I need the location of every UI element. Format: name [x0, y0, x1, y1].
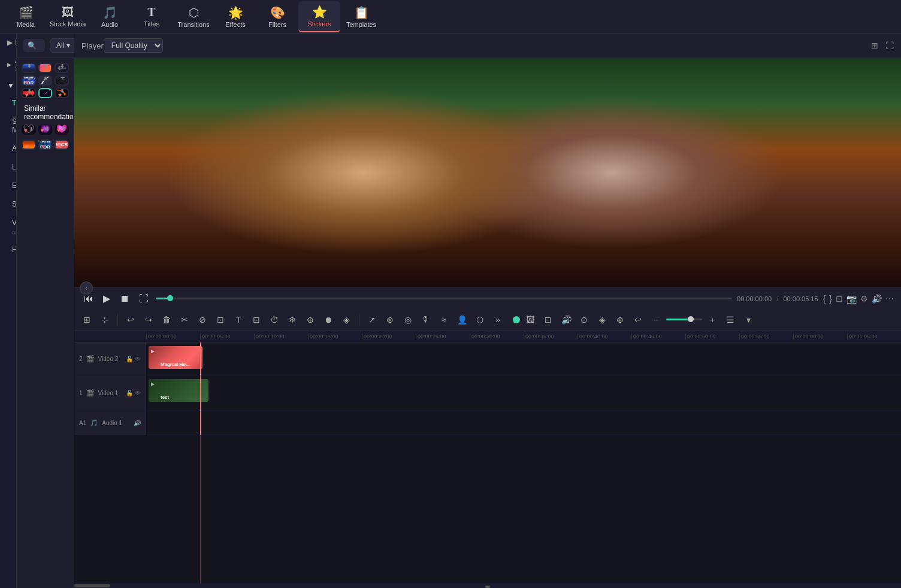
sticker-cell-empty[interactable]: ↖ ⬇ — [55, 63, 69, 73]
sidebar-item-trending[interactable]: Trending — [2, 94, 16, 112]
toolbar-audio[interactable]: 🎵 Audio — [89, 1, 131, 32]
clip-video1[interactable]: ▶ test — [149, 379, 208, 402]
tool-split[interactable]: ✂ — [177, 312, 192, 328]
track-lock-icon[interactable]: 🔓 — [126, 356, 133, 362]
sidebar-stickers-section[interactable]: ▼ Stickers — [0, 78, 16, 93]
tool-pip[interactable]: ⊡ — [540, 312, 556, 328]
sticker-cell-thanks[interactable]: ▶ THANKSFOR WATCHING ♥ ⬇ — [22, 75, 36, 86]
tool-list-view[interactable]: ☰ — [722, 312, 738, 328]
tool-speed2[interactable]: ⊙ — [576, 312, 592, 328]
rec-cell-heart1[interactable]: ♥ ⬇ — [22, 125, 36, 135]
grid-icon[interactable]: ⊞ — [871, 41, 878, 50]
sidebar-item-ai-sticker[interactable]: ▶ AI Sticker AI ⚙ — [0, 51, 16, 78]
tool-stabilize[interactable]: ◎ — [400, 312, 416, 328]
sidebar-item-like[interactable]: Like — [2, 158, 16, 176]
screenshot-icon[interactable]: 📷 — [846, 294, 857, 304]
download-icon[interactable]: ⬇ — [26, 63, 32, 69]
progress-bar[interactable] — [156, 298, 732, 299]
sidebar-item-mine[interactable]: ▶ Mine — [0, 34, 16, 51]
toolbar-templates[interactable]: 📋 Templates — [340, 1, 382, 32]
quality-select[interactable]: Full Quality 1/2 Quality 1/4 Quality — [104, 38, 163, 53]
sticker-cell-fire[interactable]: ♥ — [22, 140, 36, 150]
tool-split2[interactable]: ⊕ — [612, 312, 628, 328]
sticker-cell-arrow-white[interactable]: ⬇ — [38, 75, 53, 86]
plus-icon-lines[interactable]: + — [61, 75, 65, 82]
toolbar-stickers[interactable]: ⭐ Stickers — [298, 1, 340, 32]
tool-text[interactable]: T — [231, 312, 246, 328]
download-icon-arrow[interactable]: ⬇ — [43, 75, 49, 82]
toolbar-effects[interactable]: 🌟 Effects — [214, 1, 256, 32]
sticker-cell-red-arrow[interactable]: ♥ ⬇ — [22, 88, 36, 98]
sidebar-item-social-media[interactable]: Social Media — [2, 113, 16, 139]
tool-rewind[interactable]: ↩ — [630, 312, 646, 328]
tool-export[interactable]: ⬡ — [472, 312, 488, 328]
in-point-icon[interactable]: { — [823, 294, 826, 304]
sidebar-item-valentines[interactable]: Valentine's ... 💗 — [2, 214, 16, 240]
download-icon-3[interactable]: ⬇ — [59, 63, 65, 69]
timeline-scrollbar[interactable] — [74, 583, 901, 588]
tool-motion[interactable]: ↗ — [364, 312, 380, 328]
toolbar-filters[interactable]: 🎨 Filters — [256, 1, 298, 32]
toolbar-transitions[interactable]: ⬡ Transitions — [173, 1, 214, 32]
zoom-out-button[interactable]: − — [648, 312, 664, 328]
tool-scene[interactable]: ◈ — [594, 312, 610, 328]
settings-icon[interactable]: ⚙ — [860, 294, 868, 304]
track-eye-icon-1[interactable]: 👁 — [135, 390, 141, 396]
clip-video2[interactable]: ▶ Magical He... — [149, 346, 202, 369]
rec-cell-heart3[interactable]: ♥ ⬇ — [55, 125, 69, 135]
tool-grid-view[interactable]: ⊞ — [79, 312, 95, 328]
download-icon-thanks[interactable]: ⬇ — [26, 75, 32, 82]
sidebar-item-firework[interactable]: Firework — [2, 241, 16, 259]
download-rec-2[interactable]: ⬇ — [45, 126, 50, 132]
rec-cell-heart2[interactable]: ♥ ⬇ — [38, 125, 53, 135]
stop-button[interactable]: ⏹ — [117, 292, 132, 305]
sticker-cell-thanks2[interactable]: THANKSFOR ♥ — [38, 140, 53, 150]
tool-speed[interactable]: ⊛ — [382, 312, 398, 328]
sticker-cell-orange-arrow[interactable]: ♥ ⬇ — [55, 88, 69, 98]
expand-icon[interactable]: ⛶ — [885, 41, 894, 50]
tool-cut[interactable]: ⊘ — [195, 312, 210, 328]
tool-redo[interactable]: ↪ — [141, 312, 156, 328]
tool-undo[interactable]: ↩ — [123, 312, 138, 328]
tool-eq[interactable]: ≈ — [436, 312, 452, 328]
download-rec-3[interactable]: ⬇ — [62, 126, 66, 132]
fullscreen-button[interactable]: ⛶ — [137, 292, 151, 305]
sticker-cell-selected[interactable] — [38, 88, 53, 98]
sidebar-item-subscribe[interactable]: Subscribe — [2, 195, 16, 213]
play-button[interactable]: ▶ — [101, 292, 113, 305]
tool-video-overlay[interactable]: 🖼 — [522, 312, 538, 328]
toolbar-stock-media[interactable]: 🖼 Stock Media — [47, 1, 89, 32]
sticker-cell-dark-lines[interactable]: + — [55, 75, 69, 86]
tool-timer[interactable]: ⏱ — [267, 312, 282, 328]
sticker-cell-blue-top[interactable]: ⬇ — [22, 63, 36, 73]
tool-portrait[interactable]: 👤 — [454, 312, 470, 328]
download-icon-red[interactable]: ⬇ — [26, 88, 32, 95]
track-lock-icon-1[interactable]: 🔓 — [126, 390, 133, 396]
toolbar-media[interactable]: 🎬 Media — [5, 1, 47, 32]
tool-freeze[interactable]: ❄ — [285, 312, 300, 328]
zoom-in-button[interactable]: + — [705, 312, 720, 328]
crop-icon[interactable]: ⊡ — [836, 294, 843, 304]
tool-delete[interactable]: 🗑 — [159, 312, 174, 328]
tool-select[interactable]: ⊹ — [97, 312, 113, 328]
sticker-cell-subscribe[interactable]: SUBSCRIBE ♥ — [55, 140, 69, 150]
tool-more[interactable]: » — [490, 312, 506, 328]
track-mute-icon[interactable]: 🔊 — [134, 420, 141, 426]
zoom-slider[interactable] — [666, 319, 702, 320]
more-ctrl-icon[interactable]: ⋯ — [885, 294, 894, 304]
sidebar-item-arrow[interactable]: Arrow — [2, 140, 16, 157]
out-point-icon[interactable]: } — [829, 294, 832, 304]
toolbar-titles[interactable]: T Titles — [131, 1, 173, 32]
tool-voice[interactable]: 🎙 — [418, 312, 434, 328]
audio-icon-ctrl[interactable]: 🔊 — [872, 294, 882, 304]
tool-audio-track[interactable]: 🔊 — [558, 312, 574, 328]
tool-more2[interactable]: ▾ — [740, 312, 756, 328]
tool-color[interactable]: ◈ — [338, 312, 354, 328]
tool-crop[interactable]: ⊟ — [249, 312, 264, 328]
sticker-cell-gradient[interactable]: ⬇ — [38, 63, 53, 73]
tool-trim[interactable]: ⊡ — [213, 312, 228, 328]
tool-record[interactable]: ⏺ — [321, 312, 336, 328]
download-rec-1[interactable]: ⬇ — [29, 126, 34, 132]
filter-button[interactable]: All ▾ — [50, 38, 74, 53]
download-icon-2[interactable]: ⬇ — [43, 63, 49, 69]
